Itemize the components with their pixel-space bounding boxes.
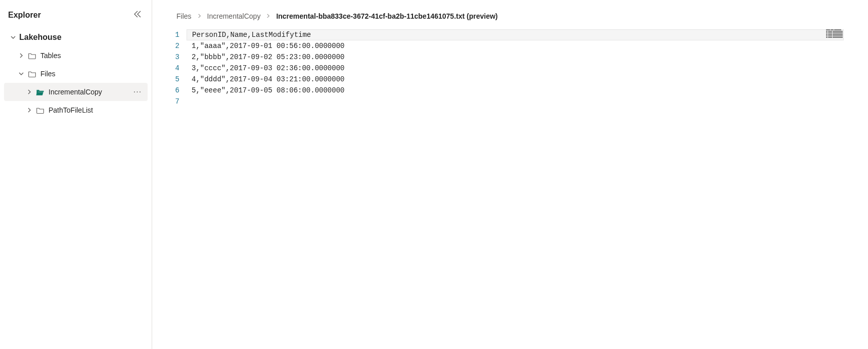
sidebar-title: Explorer <box>8 11 41 20</box>
code-line: 1,"aaaa",2017-09-01 00:56:00.0000000 <box>192 40 844 52</box>
tree-item-tables[interactable]: Tables <box>4 46 148 65</box>
code-line: PersonID,Name,LastModifytime <box>187 29 844 40</box>
folder-icon <box>35 106 44 115</box>
tree-item-pathtofilelist[interactable]: PathToFileList <box>4 101 148 119</box>
tree-root-lakehouse[interactable]: Lakehouse <box>4 28 148 46</box>
code-line: 2,"bbbb",2017-09-02 05:23:00.0000000 <box>192 52 844 63</box>
line-number: 4 <box>174 63 179 74</box>
explorer-sidebar: Explorer Lakehouse Tables <box>0 0 152 349</box>
collapse-sidebar-button[interactable] <box>131 8 144 22</box>
tree-item-label: IncrementalCopy <box>49 88 131 96</box>
chevron-double-left-icon <box>133 10 142 18</box>
folder-icon <box>27 52 36 60</box>
main-panel: Files IncrementalCopy Incremental-bba833… <box>152 0 868 349</box>
line-number: 2 <box>174 40 179 52</box>
tree-item-files[interactable]: Files <box>4 65 148 83</box>
breadcrumb-item-files[interactable]: Files <box>176 12 192 20</box>
breadcrumb-item-current-file: Incremental-bba833ce-3672-41cf-ba2b-11cb… <box>276 12 497 20</box>
more-options-button[interactable]: ··· <box>131 87 144 96</box>
line-gutter: 1 2 3 4 5 6 7 <box>171 29 187 349</box>
line-number: 5 <box>174 74 179 85</box>
breadcrumb-item-incrementalcopy[interactable]: IncrementalCopy <box>207 12 261 20</box>
chevron-down-icon <box>17 71 25 77</box>
editor[interactable]: 1 2 3 4 5 6 7 PersonID,Name,LastModifyti… <box>171 29 844 349</box>
tree-root-label: Lakehouse <box>19 33 144 42</box>
code-line <box>192 96 844 107</box>
breadcrumb: Files IncrementalCopy Incremental-bba833… <box>152 4 868 29</box>
code-line: 3,"cccc",2017-09-03 02:36:00.0000000 <box>192 63 844 74</box>
folder-open-icon <box>35 88 44 96</box>
tree-item-label: PathToFileList <box>49 106 144 114</box>
chevron-right-icon <box>25 107 33 113</box>
chevron-right-icon <box>25 89 33 95</box>
sidebar-header: Explorer <box>0 4 152 28</box>
tree-item-label: Files <box>40 70 144 78</box>
chevron-right-icon <box>197 12 202 20</box>
chevron-right-icon <box>17 53 25 59</box>
minimap[interactable] <box>826 29 844 38</box>
line-number: 3 <box>174 52 179 63</box>
folder-icon <box>27 70 36 78</box>
tree-item-label: Tables <box>40 52 144 60</box>
chevron-right-icon <box>265 12 271 20</box>
tree-item-incrementalcopy[interactable]: IncrementalCopy ··· <box>4 83 148 101</box>
code-line: 5,"eeee",2017-09-05 08:06:00.0000000 <box>192 85 844 96</box>
code-content[interactable]: PersonID,Name,LastModifytime 1,"aaaa",20… <box>187 29 844 349</box>
chevron-down-icon <box>9 34 17 40</box>
tree: Lakehouse Tables Files <box>0 28 152 119</box>
line-number: 7 <box>174 96 179 107</box>
line-number: 1 <box>174 29 179 40</box>
code-line: 4,"dddd",2017-09-04 03:21:00.0000000 <box>192 74 844 85</box>
line-number: 6 <box>174 85 179 96</box>
